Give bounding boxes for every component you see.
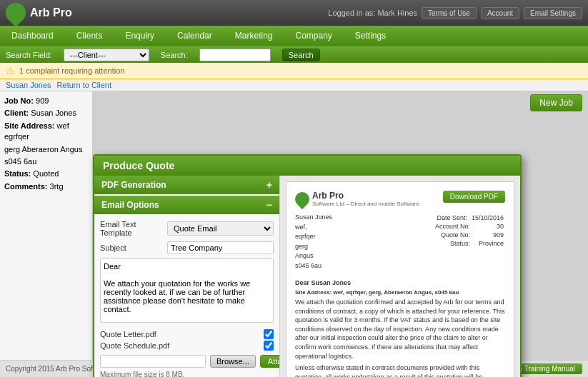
status-label: Status: [4,169,31,178]
template-label: Email Text Template [100,220,164,237]
pdf-body-para2: Unless otherwise stated in contract docu… [295,363,505,377]
nav-marketing[interactable]: Marketing [229,28,279,44]
client-label: Client: [4,109,29,117]
job-no-label: Job No: [4,96,34,105]
modal-left-panel: PDF Generation + Email Options − Email T… [94,176,280,377]
comments-label: Comments: [4,182,48,191]
area-value: gerg Aberaeron Angus [4,144,88,155]
pdf-salutation: Dear Susan Jones [295,279,505,286]
search-field-label: Search Field: [6,51,52,59]
pdf-generation-label: PDF Generation [101,180,166,190]
client-search-select[interactable]: ---Client--- [64,49,149,61]
terms-button[interactable]: Terms of Use [422,7,477,19]
subject-row: Subject [100,241,274,254]
attach-button[interactable]: Attach [260,355,280,368]
site-label: Site Address: [4,121,55,130]
email-settings-button[interactable]: Email Settings [524,7,582,19]
comments-value: 3rtg [50,182,64,191]
pdf-header: Arb Pro Software Ltd – Direct and mobile… [295,191,505,207]
top-bar: Arb Pro Logged in as: Mark Hines Terms o… [0,0,588,26]
attachment-2-name: Quote Schedule.pdf [100,341,261,350]
nav-dashboard[interactable]: Dashboard [6,28,59,44]
status-value: Quoted [33,169,59,178]
pdf-logo-leaf-icon [292,188,312,208]
account-button[interactable]: Account [481,7,519,19]
browse-button[interactable]: Browse... [210,355,256,368]
new-job-button[interactable]: New Job [530,94,582,111]
email-body-textarea[interactable]: Dear We attach your quotation for the wo… [100,258,274,323]
attachment-row-1: Quote Letter.pdf [100,329,274,339]
search-button[interactable]: Search [282,49,320,61]
nav-settings[interactable]: Settings [349,28,392,44]
client-name-link[interactable]: Susan Jones [6,81,51,89]
logo-leaf-icon [1,0,30,27]
modal-body: PDF Generation + Email Options − Email T… [94,176,520,377]
pdf-body-para1: We attach the quotation confirmed and ac… [295,298,505,361]
pdf-logo-sub: Software Ltd – Direct and mobile Softwar… [312,201,419,207]
top-right: Logged in as: Mark Hines Terms of Use Ac… [328,7,582,19]
attachment-2-checkbox[interactable] [264,341,274,351]
email-template-select[interactable]: Quote Email [167,221,274,236]
pdf-logo: Arb Pro Software Ltd – Direct and mobile… [295,191,419,207]
nav-enquiry[interactable]: Enquiry [119,28,160,44]
modal-right-panel: Arb Pro Software Ltd – Direct and mobile… [280,176,520,377]
new-job-area: New Job [530,94,582,111]
attachments-list: Quote Letter.pdf Quote Schedule.pdf [100,329,274,351]
pdf-address: Susan Jones wef, eqrfqer gerg Angus s045… [295,213,332,271]
subject-input[interactable] [167,241,274,254]
template-row: Email Text Template Quote Email [100,220,274,237]
breadcrumb: Susan Jones Return to Client [0,79,588,91]
logo-text: Arb Pro [30,6,72,19]
postcode-value: s045 6au [4,156,88,167]
pdf-logo-text: Arb Pro [312,191,419,201]
job-info: Job No: 909 Client: Susan Jones Site Add… [4,96,88,192]
nav-bar: Dashboard Clients Enquiry Calendar Marke… [0,26,588,46]
email-options-body: Email Text Template Quote Email Subject … [94,214,279,377]
job-no-value: 909 [36,96,49,105]
max-size-text: Maximum file size is 8 MB. [100,371,274,377]
file-browse-input[interactable] [100,355,206,368]
alert-icon: ⚠ [6,65,15,76]
nav-calendar[interactable]: Calendar [171,28,218,44]
nav-clients[interactable]: Clients [71,28,109,44]
subject-label: Subject [100,243,164,252]
attachment-1-checkbox[interactable] [264,329,274,339]
logged-in-label: Logged in as: Mark Hines [328,9,417,17]
email-options-header[interactable]: Email Options − [94,196,279,214]
client-value: Susan Jones [31,109,76,117]
download-pdf-button[interactable]: Download PDF [443,191,505,203]
pdf-toggle-icon: + [266,179,272,191]
attachment-1-name: Quote Letter.pdf [100,330,261,338]
pdf-site-address: Site Address: wef, eqrfqer, gerg, Aberae… [295,289,505,296]
sub-nav: Search Field: ---Client--- Search: Searc… [0,46,588,63]
logo-area: Arb Pro [6,3,72,23]
modal-title: Produce Quote [94,156,520,176]
alert-bar: ⚠ 1 complaint requiring attention [0,63,588,79]
search-label: Search: [161,51,188,59]
search-input[interactable] [199,49,271,61]
pdf-preview: Arb Pro Software Ltd – Direct and mobile… [286,181,514,377]
pdf-generation-header[interactable]: PDF Generation + [94,176,279,194]
left-sidebar: Job No: 909 Client: Susan Jones Site Add… [0,91,93,370]
email-options-label: Email Options [101,200,159,210]
attachment-row-2: Quote Schedule.pdf [100,341,274,351]
modal-overlay: Produce Quote PDF Generation + Email Opt… [93,154,522,377]
alert-text: 1 complaint requiring attention [19,66,124,75]
nav-company[interactable]: Company [289,28,337,44]
browse-attach-row: Browse... Attach [100,355,274,368]
email-toggle-icon: − [266,199,272,211]
pdf-date-block: Date Sent:15/10/2016 Account No:30 Quote… [434,213,505,275]
return-to-client-link[interactable]: Return to Client [57,81,111,89]
